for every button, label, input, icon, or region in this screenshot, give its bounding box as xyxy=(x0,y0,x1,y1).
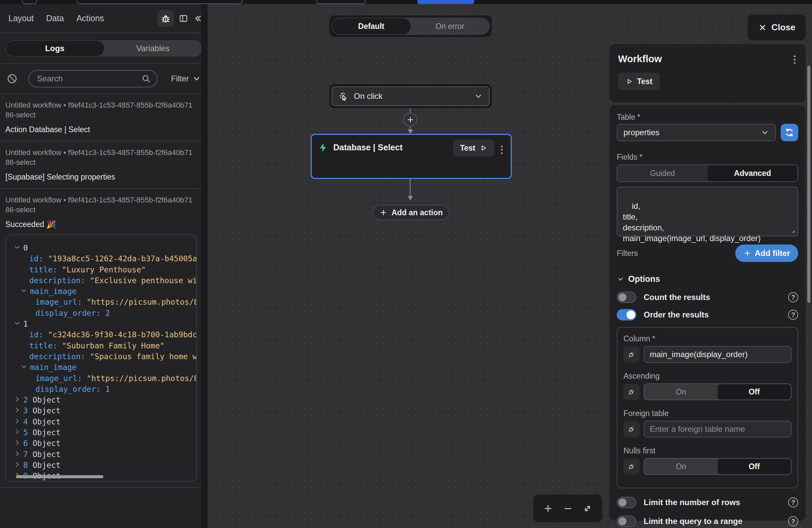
json-tree-row[interactable]: 2 Object xyxy=(13,394,196,405)
node-test-button[interactable]: Test xyxy=(453,139,494,156)
trigger-label: On click xyxy=(354,91,474,101)
horizontal-scrollbar[interactable] xyxy=(16,475,103,478)
foreign-table-input-field[interactable] xyxy=(650,424,785,434)
limit-rows-toggle[interactable] xyxy=(617,497,636,508)
toggle-variables[interactable]: Variables xyxy=(104,41,202,56)
chevron-expanded-icon[interactable] xyxy=(20,363,27,370)
column-input[interactable] xyxy=(644,346,792,363)
limit-range-label: Limit the query to a range xyxy=(644,516,788,526)
chevron-expanded-icon[interactable] xyxy=(20,287,27,294)
help-icon[interactable]: ? xyxy=(788,310,798,320)
tab-actions[interactable]: Actions xyxy=(76,13,104,23)
tab-data[interactable]: Data xyxy=(46,13,64,23)
search-input[interactable] xyxy=(37,74,141,84)
ascending-on[interactable]: On xyxy=(644,384,718,399)
chevron-collapsed-icon[interactable] xyxy=(14,407,20,413)
bind-nulls-first-button[interactable] xyxy=(623,458,640,474)
split-panel-button[interactable] xyxy=(179,14,188,23)
count-results-toggle[interactable] xyxy=(617,291,636,303)
action-node-database-select[interactable]: Database | Select Test xyxy=(311,134,512,179)
bind-foreign-table-button[interactable] xyxy=(623,421,640,437)
add-filter-button[interactable]: Add filter xyxy=(735,244,798,262)
close-icon xyxy=(758,23,767,32)
ascending-toggle: On Off xyxy=(644,383,792,400)
help-icon[interactable]: ? xyxy=(788,292,798,302)
json-tree-row[interactable]: 3 Object xyxy=(13,405,196,416)
chevron-collapsed-icon[interactable] xyxy=(14,428,20,435)
table-select[interactable]: properties xyxy=(617,124,776,141)
add-action-label: Add an action xyxy=(392,208,443,217)
json-tree-row[interactable]: 1 xyxy=(13,318,196,329)
play-icon xyxy=(625,78,633,85)
add-action-button[interactable]: Add an action xyxy=(373,205,449,220)
columns-icon xyxy=(179,14,188,23)
json-tree-row: title: "Suburban Family Home" xyxy=(13,340,196,351)
limit-range-toggle[interactable] xyxy=(617,515,636,527)
toggle-logs[interactable]: Logs xyxy=(6,41,104,56)
json-tree-row[interactable]: 7 Object xyxy=(13,449,196,460)
log-entry[interactable]: Untitled workflow • f9ef41c3-1c53-4857-8… xyxy=(0,189,208,229)
json-tree-row[interactable]: 5 Object xyxy=(13,427,196,438)
chevron-expanded-icon[interactable] xyxy=(14,320,20,327)
nulls-first-off[interactable]: Off xyxy=(718,459,791,474)
chevron-expanded-icon[interactable] xyxy=(14,244,20,251)
json-tree-row[interactable]: 8 Object xyxy=(13,460,196,470)
order-settings-group: Column* Ascending On Off Foreign table xyxy=(617,327,798,488)
search-icon xyxy=(141,74,151,84)
insert-action-button[interactable] xyxy=(403,113,417,126)
fields-mode-advanced[interactable]: Advanced xyxy=(708,165,798,181)
options-section-header[interactable]: Options xyxy=(617,274,798,284)
debug-bug-button[interactable] xyxy=(157,10,174,27)
log-result-json-tree[interactable]: 0 id: "193a8cc5-1262-42da-b37a-b45005a t… xyxy=(5,235,197,482)
chevron-collapsed-icon[interactable] xyxy=(14,396,20,403)
help-icon[interactable]: ? xyxy=(788,516,798,526)
column-input-field[interactable] xyxy=(650,350,785,359)
order-results-toggle[interactable] xyxy=(617,309,636,320)
panel-scrollbar[interactable] xyxy=(807,65,810,303)
json-tree-row[interactable]: 4 Object xyxy=(13,416,196,427)
chevron-collapsed-icon[interactable] xyxy=(14,439,20,446)
filter-dropdown[interactable]: Filter xyxy=(171,74,201,84)
nulls-first-on[interactable]: On xyxy=(644,459,718,474)
json-tree-row: id: "193a8cc5-1262-42da-b37a-b45005a xyxy=(13,253,196,264)
json-tree-row[interactable]: main_image xyxy=(13,286,196,297)
node-menu-button[interactable] xyxy=(499,144,505,156)
fields-mode-guided[interactable]: Guided xyxy=(618,165,708,181)
close-label: Close xyxy=(772,22,796,33)
ascending-off[interactable]: Off xyxy=(718,384,791,399)
clear-logs-button[interactable] xyxy=(7,73,17,84)
workflow-test-button[interactable]: Test xyxy=(618,73,660,90)
chevron-collapsed-icon[interactable] xyxy=(14,418,20,424)
refresh-tables-button[interactable] xyxy=(781,124,798,141)
fit-view-icon[interactable] xyxy=(582,503,593,514)
branch-toggle: Default On error xyxy=(332,18,490,35)
foreign-table-input[interactable] xyxy=(644,421,792,438)
bind-column-button[interactable] xyxy=(623,346,640,363)
trigger-node[interactable]: On click xyxy=(332,87,490,106)
connector-line xyxy=(410,108,411,113)
chevron-down-icon xyxy=(192,74,201,83)
workflow-test-label: Test xyxy=(637,77,652,86)
log-entry[interactable]: Untitled workflow • f9ef41c3-1c53-4857-8… xyxy=(0,94,208,141)
workflow-menu-button[interactable] xyxy=(792,54,798,66)
help-icon[interactable]: ? xyxy=(788,497,798,508)
zoom-out-icon[interactable] xyxy=(563,503,573,514)
tab-layout[interactable]: Layout xyxy=(9,13,34,23)
json-tree-row[interactable]: 6 Object xyxy=(13,438,196,449)
top-toolbar-control-partial xyxy=(317,0,366,4)
chevron-collapsed-icon[interactable] xyxy=(14,461,20,468)
fields-textarea[interactable]: id, title, description, main_image(image… xyxy=(617,187,798,237)
json-tree-row[interactable]: 0 xyxy=(13,242,196,253)
json-tree-row[interactable]: main_image xyxy=(13,362,196,373)
collapse-sidebar-button[interactable] xyxy=(193,14,202,23)
chevron-collapsed-icon[interactable] xyxy=(14,450,20,457)
search-field[interactable] xyxy=(28,70,158,88)
close-button[interactable]: Close xyxy=(748,14,806,40)
bind-ascending-button[interactable] xyxy=(623,384,640,400)
branch-on-error[interactable]: On error xyxy=(411,18,490,34)
resize-handle-icon[interactable] xyxy=(788,226,796,234)
chevron-down-icon[interactable] xyxy=(474,92,483,101)
zoom-in-icon[interactable] xyxy=(543,503,553,514)
log-entry[interactable]: Untitled workflow • f9ef41c3-1c53-4857-8… xyxy=(0,141,208,188)
branch-default[interactable]: Default xyxy=(332,18,411,34)
